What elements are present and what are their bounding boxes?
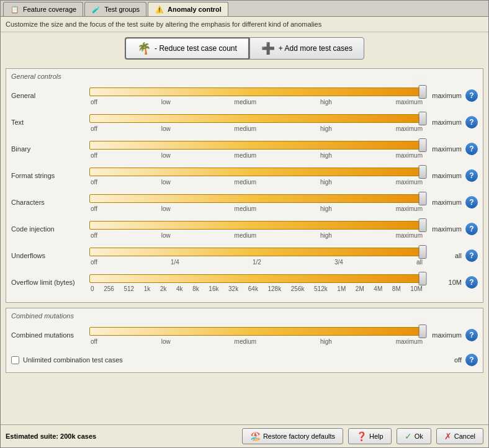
slider-value-text: maximum (428, 119, 462, 126)
suite-count: 200k cases (60, 432, 96, 440)
slider-row-underflows: Underflowsoff1/41/23/4allall? (11, 245, 478, 266)
main-window: 📋 Feature coverage 🧪 Test groups ⚠️ Anom… (0, 0, 489, 448)
tab-test-groups-label: Test groups (104, 6, 140, 13)
tab-anomaly-control[interactable]: ⚠️ Anomaly control (148, 2, 228, 16)
slider-label-underflows: Underflows (11, 252, 86, 259)
slider-value-general: maximum (428, 92, 462, 99)
slider-row-combined-mutations: Combined mutationsofflowmediumhighmaximu… (11, 325, 478, 345)
slider-value-format-strings: maximum (428, 172, 462, 179)
range-input-format-strings[interactable] (89, 158, 424, 172)
reduce-icon: 🌴 (137, 42, 151, 55)
slider-container-binary: offlowmediumhighmaximum (89, 138, 424, 159)
slider-value-code-injection: maximum (428, 225, 462, 233)
slider-container-code-injection: offlowmediumhighmaximum (89, 218, 424, 239)
slider-label-code-injection: Code injection (11, 225, 86, 233)
help-btn-text[interactable]: ? (465, 116, 478, 128)
general-sliders-container: Generalofflowmediumhighmaximummaximum?Te… (11, 85, 478, 292)
help-icon: ❓ (356, 431, 367, 441)
tab-bar: 📋 Feature coverage 🧪 Test groups ⚠️ Anom… (1, 1, 488, 17)
help-btn-combined-mutations[interactable]: ? (465, 329, 478, 341)
slider-label-binary: Binary (11, 145, 86, 153)
unlimited-value: off (428, 356, 462, 364)
slider-label-format-strings: Format strings (11, 172, 86, 179)
restore-button[interactable]: 🏖️ Restore factory defaults (242, 428, 343, 444)
help-btn-underflows[interactable]: ? (465, 249, 478, 262)
add-label: + Add more test cases (279, 44, 352, 53)
slider-row-text: Textofflowmediumhighmaximummaximum? (11, 112, 478, 132)
add-button[interactable]: ➕ + Add more test cases (249, 37, 364, 60)
tab-test-groups[interactable]: 🧪 Test groups (84, 2, 146, 16)
footer: Estimated suite: 200k cases 🏖️ Restore f… (1, 424, 488, 447)
slider-label-characters: Characters (11, 199, 86, 206)
tab-anomaly-control-label: Anomaly control (168, 6, 222, 13)
range-input-binary[interactable] (89, 132, 424, 145)
unlimited-label: Unlimited combination test cases (23, 356, 123, 364)
range-input-text[interactable] (89, 105, 424, 119)
slider-marks-overflow-limit: 02565121k2k4k8k16k32k64k128k256k512k1M2M… (89, 285, 424, 292)
help-btn-overflow-limit[interactable]: ? (465, 276, 478, 289)
ok-icon: ✓ (405, 431, 412, 441)
slider-row-general: Generalofflowmediumhighmaximummaximum? (11, 85, 478, 105)
tab-feature-coverage-label: Feature coverage (23, 6, 76, 13)
slider-container-characters: offlowmediumhighmaximum (89, 192, 424, 212)
unlimited-checkbox-row: Unlimited combination test cases off ? (11, 351, 478, 369)
unlimited-checkbox[interactable] (11, 356, 19, 364)
range-input-underflows[interactable] (89, 238, 424, 252)
help-btn-code-injection[interactable]: ? (465, 223, 478, 235)
slider-label-overflow-limit: Overflow limit (bytes) (11, 279, 86, 286)
ok-button[interactable]: ✓ Ok (397, 428, 431, 444)
feature-coverage-icon: 📋 (10, 4, 20, 14)
reduce-label: - Reduce test case count (155, 44, 237, 53)
cancel-button[interactable]: ✗ Cancel (436, 428, 483, 444)
tab-feature-coverage[interactable]: 📋 Feature coverage (3, 2, 83, 16)
help-btn-characters[interactable]: ? (465, 196, 478, 208)
slider-value-overflow-limit: 10M (428, 279, 462, 286)
ok-label: Ok (415, 432, 423, 440)
help-btn-format-strings[interactable]: ? (465, 169, 478, 182)
slider-marks-combined-mutations: offlowmediumhighmaximum (89, 338, 424, 345)
footer-status: Estimated suite: 200k cases (6, 432, 237, 440)
reduce-button[interactable]: 🌴 - Reduce test case count (125, 37, 249, 60)
range-input-code-injection[interactable] (89, 212, 424, 225)
general-controls-section: General controls Generalofflowmediumhigh… (6, 68, 483, 303)
main-content: General controls Generalofflowmediumhigh… (1, 65, 488, 424)
cancel-icon: ✗ (444, 431, 452, 441)
slider-value-underflows: all (428, 252, 462, 259)
description-text: Customize the size and the focus of the … (6, 20, 321, 28)
unlimited-help-button[interactable]: ? (465, 354, 478, 366)
slider-container-text: offlowmediumhighmaximum (89, 112, 424, 132)
slider-container-format-strings: offlowmediumhighmaximum (89, 165, 424, 186)
description-bar: Customize the size and the focus of the … (1, 17, 488, 32)
slider-value-characters: maximum (428, 199, 462, 206)
slider-container-general: offlowmediumhighmaximum (89, 85, 424, 105)
slider-value-combined-mutations: maximum (428, 331, 462, 339)
slider-value-binary: maximum (428, 145, 462, 153)
range-input-characters[interactable] (89, 185, 424, 199)
help-label: Help (369, 432, 384, 440)
restore-label: Restore factory defaults (263, 432, 335, 440)
slider-row-code-injection: Code injectionofflowmediumhighmaximummax… (11, 218, 478, 239)
cancel-label: Cancel (454, 432, 475, 440)
range-input-general[interactable] (89, 78, 424, 92)
combined-sliders-container: Combined mutationsofflowmediumhighmaximu… (11, 325, 478, 345)
range-input-overflow-limit[interactable] (89, 265, 424, 279)
slider-label-text: Text (11, 119, 86, 126)
slider-container-combined-mutations: offlowmediumhighmaximum (89, 325, 424, 345)
add-icon: ➕ (261, 42, 275, 55)
test-groups-icon: 🧪 (91, 4, 101, 14)
slider-label-general: General (11, 92, 86, 99)
combined-mutations-section: Combined mutations Combined mutationsoff… (6, 308, 483, 373)
slider-row-binary: Binaryofflowmediumhighmaximummaximum? (11, 138, 478, 159)
slider-label-combined-mutations: Combined mutations (11, 331, 86, 339)
help-btn-general[interactable]: ? (465, 89, 478, 102)
restore-icon: 🏖️ (250, 431, 261, 441)
help-button[interactable]: ❓ Help (348, 428, 392, 444)
anomaly-control-icon: ⚠️ (155, 4, 164, 14)
slider-row-characters: Charactersofflowmediumhighmaximummaximum… (11, 192, 478, 212)
slider-row-format-strings: Format stringsofflowmediumhighmaximummax… (11, 165, 478, 186)
range-input-combined-mutations[interactable] (89, 318, 424, 331)
action-bar: 🌴 - Reduce test case count ➕ + Add more … (1, 32, 488, 65)
help-btn-binary[interactable]: ? (465, 143, 478, 155)
slider-row-overflow-limit: Overflow limit (bytes)02565121k2k4k8k16k… (11, 272, 478, 292)
slider-container-underflows: off1/41/23/4all (89, 245, 424, 266)
